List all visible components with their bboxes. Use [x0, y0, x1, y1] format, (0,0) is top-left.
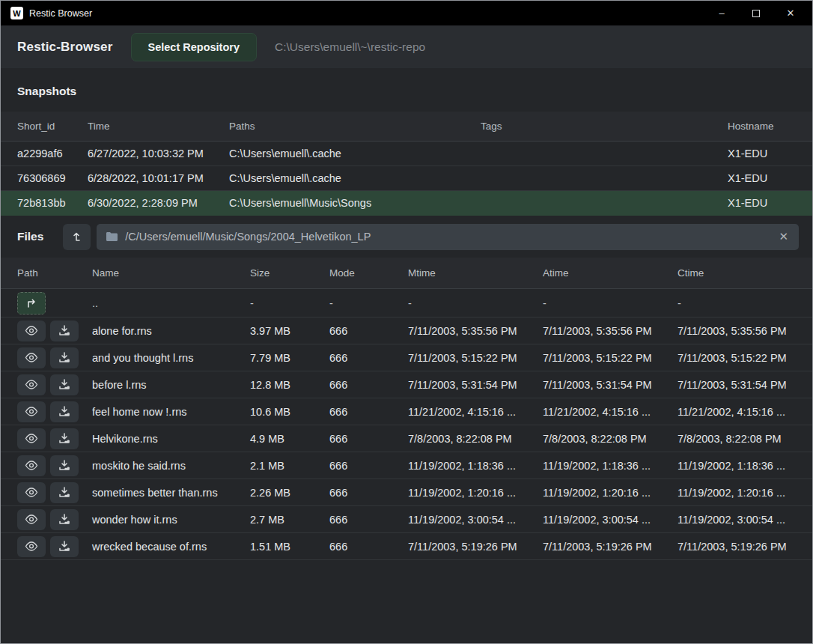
snapshot-row-selected[interactable]: 72b813bb 6/30/2022, 2:28:09 PM C:\Users\… — [1, 191, 812, 216]
col-short-id: Short_id — [17, 121, 88, 132]
file-ctime: 7/11/2003, 5:35:56 PM — [678, 325, 812, 337]
snapshot-time: 6/30/2022, 2:28:09 PM — [88, 197, 229, 209]
file-mode: 666 — [329, 487, 408, 499]
snapshot-paths: C:\Users\emuell\Music\Songs — [229, 197, 481, 209]
col-atime: Atime — [543, 267, 678, 279]
file-mtime: 7/8/2003, 8:22:08 PM — [408, 433, 543, 445]
file-mtime: 11/19/2002, 1:18:36 ... — [408, 460, 543, 472]
file-row: alone for.rns 3.97 MB 666 7/11/2003, 5:3… — [1, 318, 812, 344]
download-file-button[interactable] — [50, 455, 79, 476]
close-button[interactable]: ✕ — [773, 1, 808, 25]
eye-icon — [25, 407, 38, 416]
snapshot-hostname: X1-EDU — [728, 197, 812, 209]
preview-file-button[interactable] — [17, 455, 46, 476]
eye-icon — [25, 461, 38, 470]
download-file-button[interactable] — [50, 374, 79, 395]
file-row: before l.rns 12.8 MB 666 7/11/2003, 5:31… — [1, 371, 812, 398]
snapshot-hostname: X1-EDU — [728, 172, 812, 184]
file-ctime: - — [678, 297, 812, 309]
eye-icon — [25, 380, 38, 389]
download-file-button[interactable] — [50, 482, 79, 503]
up-then-right-arrow-icon — [25, 298, 37, 309]
preview-file-button[interactable] — [17, 401, 46, 422]
go-up-directory-button[interactable] — [17, 292, 46, 315]
snapshot-short-id: 76306869 — [17, 172, 88, 184]
download-icon — [58, 460, 70, 471]
minimize-button[interactable]: – — [704, 1, 739, 25]
file-row: feel home now !.rns 10.6 MB 666 11/21/20… — [1, 398, 812, 425]
file-mtime: 11/21/2002, 4:15:16 ... — [408, 406, 543, 418]
snapshot-short-id: a2299af6 — [17, 148, 88, 160]
preview-file-button[interactable] — [17, 509, 46, 530]
snapshots-table-header: Short_id Time Paths Tags Hostname — [1, 112, 812, 142]
download-file-button[interactable] — [50, 509, 79, 530]
file-mtime: 7/11/2003, 5:19:26 PM — [408, 541, 543, 553]
app-icon-letter: W — [13, 9, 20, 18]
snapshot-row[interactable]: a2299af6 6/27/2022, 10:03:32 PM C:\Users… — [1, 142, 812, 166]
files-path-input[interactable] — [125, 231, 777, 243]
download-file-button[interactable] — [50, 321, 79, 341]
file-atime: - — [543, 297, 678, 309]
app-title: Restic-Browser — [17, 40, 113, 55]
app-window: W Restic Browser – ✕ Restic-Browser Sele… — [0, 0, 813, 644]
file-size: 10.6 MB — [250, 406, 329, 418]
file-size: 4.9 MB — [250, 433, 329, 445]
snapshot-row[interactable]: 76306869 6/28/2022, 10:01:17 PM C:\Users… — [1, 166, 812, 191]
file-ctime: 7/8/2003, 8:22:08 PM — [678, 433, 812, 445]
file-name: and you thought l.rns — [92, 352, 250, 364]
file-name: before l.rns — [92, 379, 250, 391]
clear-path-icon[interactable]: ✕ — [777, 230, 790, 243]
preview-file-button[interactable] — [17, 536, 46, 557]
file-size: 1.51 MB — [250, 541, 329, 553]
file-atime: 7/8/2003, 8:22:08 PM — [543, 433, 678, 445]
preview-file-button[interactable] — [17, 374, 46, 395]
file-atime: 11/19/2002, 3:00:54 ... — [543, 514, 678, 526]
minimize-icon: – — [719, 7, 724, 19]
maximize-button[interactable] — [739, 1, 773, 25]
titlebar: W Restic Browser – ✕ — [1, 1, 812, 25]
file-mode: 666 — [329, 406, 408, 418]
select-repository-button[interactable]: Select Repository — [131, 33, 258, 61]
file-mode: 666 — [329, 352, 408, 364]
files-table-header: Path Name Size Mode Mtime Atime Ctime — [1, 258, 812, 289]
header: Restic-Browser Select Repository C:\User… — [1, 25, 812, 68]
folder-icon — [106, 231, 118, 242]
file-size: 12.8 MB — [250, 379, 329, 391]
app-icon: W — [10, 7, 23, 19]
files-title: Files — [17, 230, 43, 243]
preview-file-button[interactable] — [17, 428, 46, 449]
file-atime: 7/11/2003, 5:15:22 PM — [543, 352, 678, 364]
file-mtime: 11/19/2002, 3:00:54 ... — [408, 514, 543, 526]
download-file-button[interactable] — [50, 536, 79, 557]
level-up-button[interactable] — [63, 224, 91, 250]
close-icon: ✕ — [787, 7, 795, 19]
download-file-button[interactable] — [50, 428, 79, 449]
file-ctime: 11/19/2002, 1:20:16 ... — [678, 487, 812, 499]
file-size: 2.26 MB — [250, 487, 329, 499]
file-size: 7.79 MB — [250, 352, 329, 364]
preview-file-button[interactable] — [17, 321, 46, 341]
download-icon — [58, 379, 70, 390]
file-atime: 7/11/2003, 5:31:54 PM — [543, 379, 678, 391]
preview-file-button[interactable] — [17, 482, 46, 503]
download-file-button[interactable] — [50, 401, 79, 422]
file-row: Helvikone.rns 4.9 MB 666 7/8/2003, 8:22:… — [1, 425, 812, 452]
file-ctime: 11/21/2002, 4:15:16 ... — [678, 406, 812, 418]
file-mode: - — [329, 297, 408, 309]
col-paths: Paths — [229, 121, 481, 132]
col-time: Time — [88, 121, 229, 132]
file-row: wonder how it.rns 2.7 MB 666 11/19/2002,… — [1, 506, 812, 533]
file-atime: 11/19/2002, 1:18:36 ... — [543, 460, 678, 472]
file-mtime: 11/19/2002, 1:20:16 ... — [408, 487, 543, 499]
file-row: wrecked because of.rns 1.51 MB 666 7/11/… — [1, 533, 812, 560]
file-size: 3.97 MB — [250, 325, 329, 337]
files-pathbar[interactable]: ✕ — [97, 224, 799, 250]
snapshot-short-id: 72b813bb — [17, 197, 88, 209]
preview-file-button[interactable] — [17, 347, 46, 368]
file-atime: 7/11/2003, 5:19:26 PM — [543, 541, 678, 553]
snapshot-paths: C:\Users\emuell\.cache — [229, 172, 481, 184]
eye-icon — [25, 353, 38, 362]
eye-icon — [25, 541, 38, 551]
download-file-button[interactable] — [50, 347, 79, 368]
level-up-icon — [71, 231, 83, 243]
